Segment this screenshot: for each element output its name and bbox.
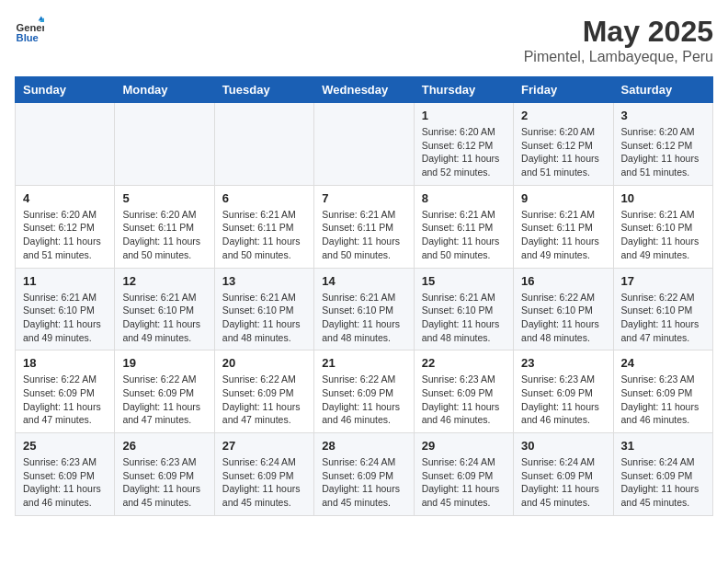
day-info: Sunrise: 6:24 AM Sunset: 6:09 PM Dayligh… xyxy=(521,455,605,510)
day-number: 19 xyxy=(122,356,206,370)
table-row: 9Sunrise: 6:21 AM Sunset: 6:11 PM Daylig… xyxy=(514,185,613,268)
day-info: Sunrise: 6:22 AM Sunset: 6:09 PM Dayligh… xyxy=(322,373,405,427)
calendar-week-row: 25Sunrise: 6:23 AM Sunset: 6:09 PM Dayli… xyxy=(16,433,713,516)
day-number: 4 xyxy=(23,191,107,205)
day-number: 22 xyxy=(422,356,506,370)
day-info: Sunrise: 6:22 AM Sunset: 6:10 PM Dayligh… xyxy=(521,291,605,345)
calendar-week-row: 1Sunrise: 6:20 AM Sunset: 6:12 PM Daylig… xyxy=(16,103,713,186)
calendar-header-row: Sunday Monday Tuesday Wednesday Thursday… xyxy=(16,77,713,103)
day-number: 3 xyxy=(621,109,705,122)
day-number: 24 xyxy=(621,356,705,370)
table-row: 14Sunrise: 6:21 AM Sunset: 6:10 PM Dayli… xyxy=(314,268,414,350)
day-number: 30 xyxy=(521,439,605,453)
table-row: 25Sunrise: 6:23 AM Sunset: 6:09 PM Dayli… xyxy=(16,433,115,516)
day-info: Sunrise: 6:22 AM Sunset: 6:10 PM Dayligh… xyxy=(621,291,705,345)
day-number: 9 xyxy=(521,191,605,205)
table-row: 7Sunrise: 6:21 AM Sunset: 6:11 PM Daylig… xyxy=(314,185,414,268)
day-number: 21 xyxy=(322,356,405,370)
day-info: Sunrise: 6:20 AM Sunset: 6:12 PM Dayligh… xyxy=(422,125,506,179)
day-number: 11 xyxy=(23,274,107,288)
day-number: 29 xyxy=(422,439,506,453)
day-info: Sunrise: 6:24 AM Sunset: 6:09 PM Dayligh… xyxy=(222,455,306,510)
day-number: 10 xyxy=(621,191,705,205)
day-number: 25 xyxy=(23,439,107,453)
table-row: 19Sunrise: 6:22 AM Sunset: 6:09 PM Dayli… xyxy=(115,350,214,433)
logo: General Blue xyxy=(15,15,44,44)
page-subtitle: Pimentel, Lambayeque, Peru xyxy=(524,49,713,65)
day-info: Sunrise: 6:23 AM Sunset: 6:09 PM Dayligh… xyxy=(422,373,506,427)
table-row: 4Sunrise: 6:20 AM Sunset: 6:12 PM Daylig… xyxy=(16,185,115,268)
table-row: 12Sunrise: 6:21 AM Sunset: 6:10 PM Dayli… xyxy=(115,268,214,350)
day-info: Sunrise: 6:21 AM Sunset: 6:10 PM Dayligh… xyxy=(222,291,306,345)
table-row: 21Sunrise: 6:22 AM Sunset: 6:09 PM Dayli… xyxy=(314,350,414,433)
day-number: 28 xyxy=(322,439,405,453)
logo-icon: General Blue xyxy=(15,15,44,44)
table-row: 29Sunrise: 6:24 AM Sunset: 6:09 PM Dayli… xyxy=(414,433,513,516)
table-row: 15Sunrise: 6:21 AM Sunset: 6:10 PM Dayli… xyxy=(414,268,513,350)
day-info: Sunrise: 6:24 AM Sunset: 6:09 PM Dayligh… xyxy=(322,455,405,510)
col-tuesday: Tuesday xyxy=(214,77,313,103)
table-row: 20Sunrise: 6:22 AM Sunset: 6:09 PM Dayli… xyxy=(214,350,313,433)
day-info: Sunrise: 6:23 AM Sunset: 6:09 PM Dayligh… xyxy=(23,455,107,510)
day-number: 15 xyxy=(422,274,506,288)
day-number: 31 xyxy=(621,439,705,453)
svg-text:General: General xyxy=(17,22,44,33)
table-row xyxy=(115,103,214,186)
day-info: Sunrise: 6:21 AM Sunset: 6:11 PM Dayligh… xyxy=(521,208,605,262)
day-number: 6 xyxy=(222,191,306,205)
day-info: Sunrise: 6:24 AM Sunset: 6:09 PM Dayligh… xyxy=(621,455,705,510)
day-info: Sunrise: 6:22 AM Sunset: 6:09 PM Dayligh… xyxy=(222,373,306,427)
col-sunday: Sunday xyxy=(16,77,115,103)
day-info: Sunrise: 6:22 AM Sunset: 6:09 PM Dayligh… xyxy=(122,373,206,427)
day-number: 14 xyxy=(322,274,405,288)
day-number: 16 xyxy=(521,274,605,288)
table-row: 10Sunrise: 6:21 AM Sunset: 6:10 PM Dayli… xyxy=(613,185,712,268)
table-row: 18Sunrise: 6:22 AM Sunset: 6:09 PM Dayli… xyxy=(16,350,115,433)
day-info: Sunrise: 6:21 AM Sunset: 6:10 PM Dayligh… xyxy=(422,291,506,345)
day-info: Sunrise: 6:24 AM Sunset: 6:09 PM Dayligh… xyxy=(422,455,506,510)
col-friday: Friday xyxy=(514,77,613,103)
table-row: 17Sunrise: 6:22 AM Sunset: 6:10 PM Dayli… xyxy=(613,268,712,350)
table-row: 28Sunrise: 6:24 AM Sunset: 6:09 PM Dayli… xyxy=(314,433,414,516)
day-info: Sunrise: 6:21 AM Sunset: 6:10 PM Dayligh… xyxy=(122,291,206,345)
day-info: Sunrise: 6:21 AM Sunset: 6:11 PM Dayligh… xyxy=(322,208,405,262)
day-number: 20 xyxy=(222,356,306,370)
table-row xyxy=(214,103,313,186)
day-number: 8 xyxy=(422,191,506,205)
day-info: Sunrise: 6:20 AM Sunset: 6:11 PM Dayligh… xyxy=(122,208,206,262)
day-number: 2 xyxy=(521,109,605,122)
day-info: Sunrise: 6:22 AM Sunset: 6:09 PM Dayligh… xyxy=(23,373,107,427)
day-number: 23 xyxy=(521,356,605,370)
day-info: Sunrise: 6:23 AM Sunset: 6:09 PM Dayligh… xyxy=(621,373,705,427)
table-row: 3Sunrise: 6:20 AM Sunset: 6:12 PM Daylig… xyxy=(613,103,712,186)
day-info: Sunrise: 6:20 AM Sunset: 6:12 PM Dayligh… xyxy=(621,125,705,179)
table-row: 31Sunrise: 6:24 AM Sunset: 6:09 PM Dayli… xyxy=(613,433,712,516)
day-info: Sunrise: 6:21 AM Sunset: 6:11 PM Dayligh… xyxy=(422,208,506,262)
day-info: Sunrise: 6:23 AM Sunset: 6:09 PM Dayligh… xyxy=(122,455,206,510)
page-title: May 2025 xyxy=(524,15,713,49)
day-number: 5 xyxy=(122,191,206,205)
table-row: 23Sunrise: 6:23 AM Sunset: 6:09 PM Dayli… xyxy=(514,350,613,433)
day-number: 27 xyxy=(222,439,306,453)
day-info: Sunrise: 6:21 AM Sunset: 6:10 PM Dayligh… xyxy=(322,291,405,345)
day-info: Sunrise: 6:20 AM Sunset: 6:12 PM Dayligh… xyxy=(521,125,605,179)
col-monday: Monday xyxy=(115,77,214,103)
table-row: 6Sunrise: 6:21 AM Sunset: 6:11 PM Daylig… xyxy=(214,185,313,268)
table-row: 8Sunrise: 6:21 AM Sunset: 6:11 PM Daylig… xyxy=(414,185,513,268)
col-wednesday: Wednesday xyxy=(314,77,414,103)
table-row xyxy=(16,103,115,186)
table-row: 24Sunrise: 6:23 AM Sunset: 6:09 PM Dayli… xyxy=(613,350,712,433)
col-thursday: Thursday xyxy=(414,77,513,103)
table-row: 2Sunrise: 6:20 AM Sunset: 6:12 PM Daylig… xyxy=(514,103,613,186)
day-number: 26 xyxy=(122,439,206,453)
calendar-table: Sunday Monday Tuesday Wednesday Thursday… xyxy=(15,76,713,516)
page-header: General Blue May 2025 Pimentel, Lambayeq… xyxy=(15,15,713,65)
day-info: Sunrise: 6:21 AM Sunset: 6:11 PM Dayligh… xyxy=(222,208,306,262)
day-number: 13 xyxy=(222,274,306,288)
calendar-week-row: 11Sunrise: 6:21 AM Sunset: 6:10 PM Dayli… xyxy=(16,268,713,350)
table-row: 16Sunrise: 6:22 AM Sunset: 6:10 PM Dayli… xyxy=(514,268,613,350)
table-row: 11Sunrise: 6:21 AM Sunset: 6:10 PM Dayli… xyxy=(16,268,115,350)
day-number: 12 xyxy=(122,274,206,288)
day-number: 18 xyxy=(23,356,107,370)
table-row: 1Sunrise: 6:20 AM Sunset: 6:12 PM Daylig… xyxy=(414,103,513,186)
